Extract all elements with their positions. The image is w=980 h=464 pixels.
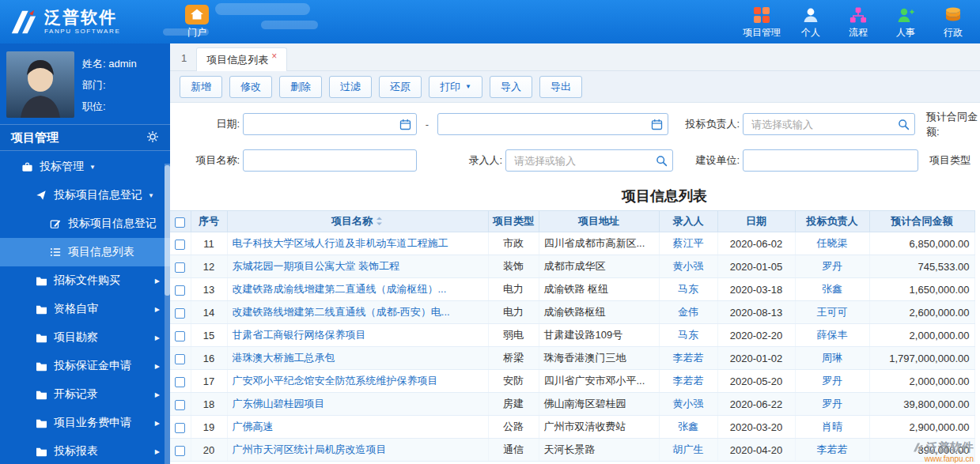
table-row[interactable]: 12 东城花园一期项目公寓大堂 装饰工程 装饰 成都市成华区 黄小强 2020-… [170,255,974,278]
bid-manager-link[interactable]: 罗丹 [822,398,842,409]
recorder-link[interactable]: 黄小强 [673,398,704,409]
new-button[interactable]: 新增 [180,76,222,98]
restore-button[interactable]: 还原 [379,76,422,98]
nav-project-management[interactable]: 项目管理 [743,5,781,40]
sidebar-item-bid-registration[interactable]: 投标项目信息登记 [0,209,170,238]
project-name-link[interactable]: 电子科技大学区域人行道及非机动车道工程施工 [233,237,448,249]
table-row[interactable]: 15 甘肃省工商银行网络保养项目 弱电 甘肃建设路109号 马东 2020-02… [170,324,974,347]
nav-personal[interactable]: 个人 [793,5,828,40]
search-icon[interactable] [656,155,668,167]
recorder-input[interactable] [505,149,673,172]
table-row[interactable]: 19 广佛高速 公路 广州市双清收费站 张鑫 2020-03-20 肖晴 2,9… [170,416,974,439]
bid-manager-link[interactable]: 王可可 [817,306,848,318]
date-to-field[interactable] [445,118,648,131]
recorder-link[interactable]: 金伟 [678,306,698,318]
build-unit-input[interactable] [743,149,918,172]
project-name-link[interactable]: 广东佛山碧桂园项目 [233,398,325,409]
row-checkbox[interactable] [175,240,185,250]
project-name-link[interactable]: 广州市天河区统计局机房改造项目 [233,443,387,455]
close-icon[interactable]: × [271,51,277,62]
search-icon[interactable] [898,119,910,130]
bid-manager-link[interactable]: 张鑫 [822,283,842,295]
nav-workflow[interactable]: 流程 [841,5,876,40]
table-row[interactable]: 14 改建铁路线增建第二线直通线（成都-西安）电... 电力 成渝铁路枢纽 金伟… [170,301,974,324]
bid-manager-link[interactable]: 任晓渠 [817,237,848,249]
row-checkbox[interactable] [175,285,185,296]
gear-icon[interactable] [146,130,159,145]
sidebar-item-bid-deposit[interactable]: 投标保证金申请 ▶ [0,352,170,380]
print-button[interactable]: 打印▼ [429,76,482,98]
bid-manager-field[interactable] [750,118,895,131]
table-row[interactable]: 11 电子科技大学区域人行道及非机动车道工程施工 市政 四川省成都市高新区...… [170,232,974,255]
project-name-link[interactable]: 港珠澳大桥施工总承包 [233,352,335,364]
sidebar-scrollbar-thumb[interactable] [165,165,170,296]
date-to-input[interactable] [437,113,668,135]
build-unit-field[interactable] [750,154,913,168]
modify-button[interactable]: 修改 [229,76,272,98]
table-title-wrap: 项目信息列表 [170,182,980,210]
recorder-link[interactable]: 李若若 [673,375,704,387]
bid-manager-link[interactable]: 周琳 [822,352,842,364]
row-checkbox[interactable] [175,308,185,319]
date-from-input[interactable] [243,113,417,135]
recorder-link[interactable]: 黄小强 [673,260,704,272]
calendar-icon[interactable] [651,119,663,130]
bid-manager-link[interactable]: 罗丹 [822,260,842,272]
bid-manager-link[interactable]: 罗丹 [822,375,842,387]
row-checkbox[interactable] [175,400,185,410]
sidebar-item-project-survey[interactable]: 项目勘察 ▶ [0,323,170,352]
recorder-link[interactable]: 蔡江平 [673,237,704,249]
recorder-link[interactable]: 李若若 [673,352,704,364]
sidebar-item-bid-management[interactable]: 投标管理 ▼ [0,153,170,181]
filter-button[interactable]: 过滤 [329,76,372,98]
row-checkbox[interactable] [175,262,185,273]
row-checkbox[interactable] [175,354,185,364]
sidebar-item-bid-registration-group[interactable]: 投标项目信息登记 ▼ [0,181,170,209]
table-row[interactable]: 18 广东佛山碧桂园项目 房建 佛山南海区碧桂园 黄小强 2020-06-22 … [170,393,974,416]
sidebar-item-self-qualification[interactable]: 资格自审 ▶ [0,295,170,323]
sidebar-item-bid-opening-record[interactable]: 开标记录 ▶ [0,380,170,409]
select-all-checkbox[interactable] [175,217,185,228]
bid-manager-link[interactable]: 李若若 [817,443,848,455]
sidebar-item-bid-reports[interactable]: 投标报表 ▶ [0,437,170,464]
row-checkbox[interactable] [175,446,185,456]
recorder-link[interactable]: 马东 [678,283,698,295]
row-checkbox[interactable] [175,377,185,387]
recorder-link[interactable]: 马东 [678,329,698,341]
sidebar-item-business-fee[interactable]: 项目业务费申请 ▶ [0,409,170,437]
delete-button[interactable]: 删除 [279,76,322,98]
sidebar-item-tender-doc-purchase[interactable]: 招标文件购买 ▶ [0,266,170,295]
row-checkbox[interactable] [175,423,185,433]
avatar [6,51,74,118]
recorder-link[interactable]: 胡广生 [673,443,704,455]
sort-icon[interactable] [375,217,384,228]
calendar-icon[interactable] [399,119,411,130]
recorder-link[interactable]: 张鑫 [678,421,698,432]
sidebar-item-project-info-list[interactable]: 项目信息列表 [0,238,170,266]
project-name-link[interactable]: 甘肃省工商银行网络保养项目 [233,329,366,341]
bid-manager-link[interactable]: 薛保丰 [817,329,848,341]
import-button[interactable]: 导入 [490,76,532,98]
project-name-input[interactable] [243,149,417,172]
table-row[interactable]: 17 广安邓小平纪念馆安全防范系统维护保养项目 安防 四川省广安市邓小平... … [170,370,974,393]
recorder-field[interactable] [513,154,653,168]
project-name-link[interactable]: 广安邓小平纪念馆安全防范系统维护保养项目 [233,375,438,387]
project-name-link[interactable]: 广佛高速 [233,421,274,432]
date-from-field[interactable] [250,118,396,131]
table-row[interactable]: 13 改建铁路成渝线增建第二直通线（成渝枢纽）... 电力 成渝铁路 枢纽 马东… [170,278,974,301]
col-header-name[interactable]: 项目名称 [227,211,488,232]
project-name-field[interactable] [250,154,411,168]
table-row[interactable]: 16 港珠澳大桥施工总承包 桥梁 珠海香港澳门三地 李若若 2020-01-02… [170,347,974,370]
nav-administration[interactable]: 行政 [936,5,971,40]
row-checkbox[interactable] [175,331,185,341]
project-name-link[interactable]: 改建铁路线增建第二线直通线（成都-西安）电... [233,306,450,318]
bid-manager-link[interactable]: 肖晴 [822,421,842,432]
bid-manager-input[interactable] [743,113,915,135]
tab-project-info-list[interactable]: 项目信息列表 × [196,47,287,71]
export-button[interactable]: 导出 [539,76,582,98]
table-row[interactable]: 20 广州市天河区统计局机房改造项目 通信 天河长景路 胡广生 2020-04-… [170,439,974,462]
nav-hr[interactable]: 人事 [888,5,923,40]
project-name-link[interactable]: 东城花园一期项目公寓大堂 装饰工程 [233,260,400,272]
sidebar-scrollbar[interactable] [165,164,170,464]
project-name-link[interactable]: 改建铁路成渝线增建第二直通线（成渝枢纽）... [233,283,447,295]
